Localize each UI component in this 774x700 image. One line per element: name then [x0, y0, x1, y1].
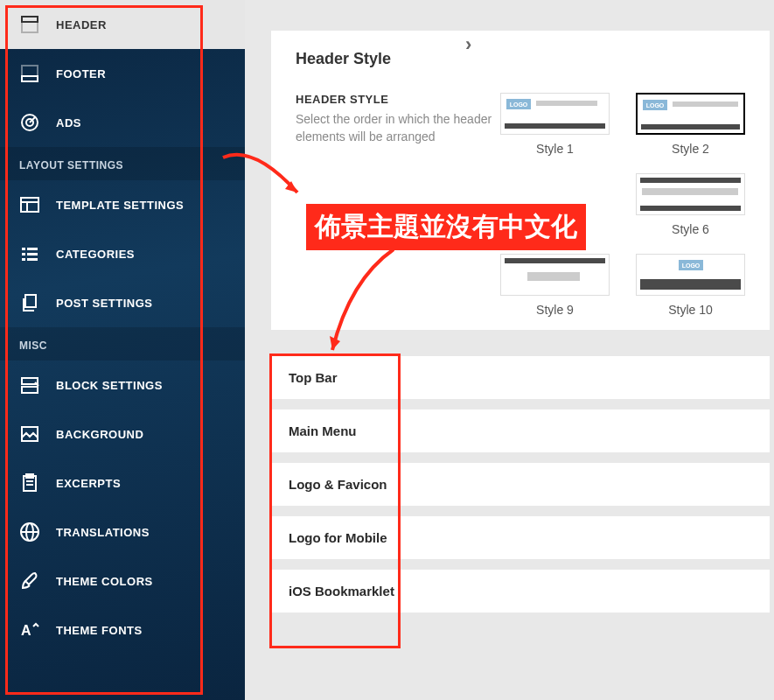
sidebar-item-label: HEADER — [56, 18, 107, 32]
panel-title: Header Style — [296, 50, 745, 68]
accordion-logo-favicon[interactable]: Logo & Favicon — [271, 463, 770, 506]
sidebar-item-post-settings[interactable]: POST SETTINGS — [0, 278, 245, 327]
copy-icon — [19, 292, 40, 313]
globe-icon — [19, 522, 40, 542]
svg-rect-15 — [25, 295, 36, 307]
style-label: Style 2 — [636, 142, 745, 156]
svg-rect-3 — [22, 66, 38, 81]
sidebar-item-theme-colors[interactable]: THEME COLORS — [0, 556, 245, 606]
target-icon — [19, 112, 40, 133]
image-icon — [19, 424, 40, 444]
sidebar-item-block-settings[interactable]: BLOCK SETTINGS — [0, 360, 245, 410]
svg-rect-9 — [22, 248, 25, 250]
sidebar-item-ads[interactable]: ADS — [0, 98, 245, 147]
svg-rect-6 — [21, 198, 38, 212]
font-icon: A — [19, 620, 40, 640]
blocks-icon — [19, 374, 40, 396]
brush-icon — [19, 570, 40, 592]
sidebar-item-label: CATEGORIES — [56, 248, 135, 261]
accordion-logo-mobile[interactable]: Logo for Mobile — [271, 516, 770, 559]
sidebar-item-label: THEME FONTS — [56, 624, 143, 637]
sidebar-item-categories[interactable]: CATEGORIES — [0, 229, 245, 278]
annotation-label: 佈景主題並沒有中文化 — [306, 204, 586, 250]
svg-rect-10 — [27, 248, 38, 250]
accordion-list: Top Bar Main Menu Logo & Favicon Logo fo… — [271, 356, 770, 612]
sidebar-section-misc: MISC — [0, 327, 245, 360]
style-option-10[interactable]: LOGO Style 10 — [636, 254, 745, 317]
sidebar-item-excerpts[interactable]: EXCERPTS — [0, 458, 245, 508]
sidebar-item-background[interactable]: BACKGROUND — [0, 410, 245, 458]
accordion-top-bar[interactable]: Top Bar — [271, 356, 770, 399]
svg-rect-14 — [27, 258, 38, 261]
sidebar-item-label: EXCERPTS — [56, 477, 121, 490]
accordion-main-menu[interactable]: Main Menu — [271, 410, 770, 452]
sidebar-section-layout: LAYOUT SETTINGS — [0, 147, 245, 180]
style-option-1[interactable]: LOGO Style 1 — [500, 93, 610, 156]
header-style-panel: Header Style HEADER STYLE Select the ord… — [271, 31, 770, 330]
svg-rect-13 — [22, 258, 25, 261]
sidebar-item-label: BLOCK SETTINGS — [56, 379, 163, 392]
svg-rect-11 — [22, 253, 25, 256]
template-icon — [19, 194, 40, 215]
sidebar-item-label: TEMPLATE SETTINGS — [56, 199, 184, 212]
header-style-subtitle: HEADER STYLE — [296, 93, 497, 106]
clipboard-icon — [19, 472, 40, 494]
svg-text:A: A — [21, 623, 31, 638]
sidebar-item-translations[interactable]: TRANSLATIONS — [0, 508, 245, 556]
style-option-2[interactable]: LOGO Style 2 — [636, 93, 745, 156]
style-option-6[interactable]: Style 6 — [636, 173, 745, 236]
accordion-ios-bookmarklet[interactable]: iOS Bookmarklet — [271, 570, 770, 612]
sidebar-item-label: ADS — [56, 116, 81, 130]
list-icon — [19, 243, 40, 264]
style-label: Style 1 — [500, 142, 610, 156]
sidebar-item-theme-fonts[interactable]: A THEME FONTS — [0, 606, 245, 654]
style-label: Style 10 — [636, 303, 745, 317]
svg-rect-12 — [27, 253, 38, 256]
chevron-right-icon[interactable]: › — [465, 33, 471, 56]
svg-rect-1 — [22, 17, 38, 32]
main-content: › Header Style HEADER STYLE Select the o… — [245, 0, 774, 700]
style-label: Style 9 — [500, 303, 610, 317]
sidebar-item-header[interactable]: HEADER — [0, 0, 245, 49]
sidebar: HEADER FOOTER ADS LAYOUT SETTINGS TEMPLA… — [0, 0, 245, 700]
style-label: Style 6 — [636, 222, 745, 236]
header-icon — [19, 14, 40, 35]
sidebar-item-footer[interactable]: FOOTER — [0, 49, 245, 98]
sidebar-item-template-settings[interactable]: TEMPLATE SETTINGS — [0, 180, 245, 229]
sidebar-item-label: FOOTER — [56, 67, 106, 80]
sidebar-item-label: TRANSLATIONS — [56, 526, 150, 539]
style-option-9[interactable]: Style 9 — [500, 254, 610, 317]
sidebar-item-label: THEME COLORS — [56, 575, 153, 588]
sidebar-item-label: POST SETTINGS — [56, 297, 153, 310]
sidebar-item-label: BACKGROUND — [56, 428, 143, 441]
header-style-text: Select the order in which the header ele… — [296, 111, 497, 145]
footer-icon — [19, 63, 40, 84]
svg-rect-17 — [22, 387, 38, 393]
